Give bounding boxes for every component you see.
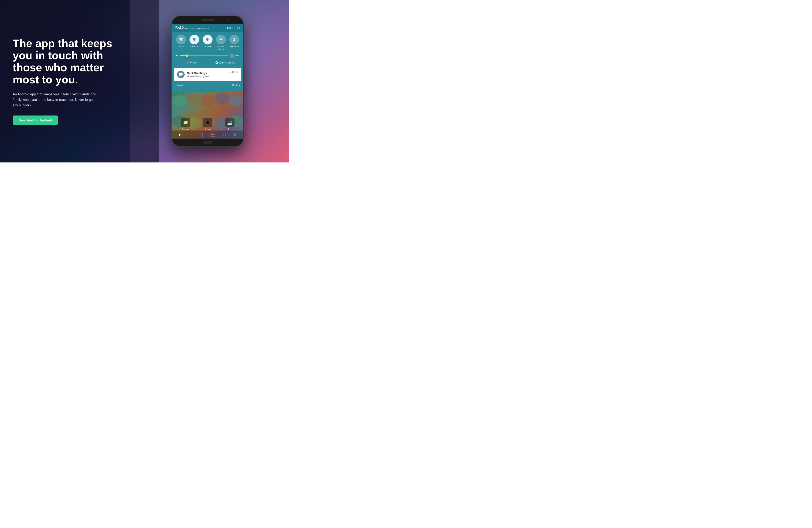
edit-button[interactable]: EDIT — [227, 27, 233, 30]
maps-dock-icon[interactable]: 📷 — [210, 131, 216, 138]
right-section: 5:42PM Wed, September 23 EDIT | ⚙ — [139, 16, 276, 147]
storage-folder-icon[interactable]: 📁 — [181, 118, 190, 127]
time-value: 5:42 — [175, 26, 184, 30]
ampm-value: PM — [184, 27, 188, 30]
app-dock: ▶ 📞 👤 📷 🎧 ⠿ — [172, 130, 243, 139]
app-folder-storage: 📁 Storage — [181, 118, 190, 130]
location-icon-circle[interactable] — [189, 35, 199, 44]
app-folder-dev: 💻 Dev — [225, 118, 234, 130]
qs-sound: Sound — [203, 35, 213, 48]
brightness-thumb — [186, 54, 188, 57]
app-icons-row: 📁 Storage ⚙ System 💻 Dev — [174, 118, 241, 130]
quick-connect-button[interactable]: Quick connect — [208, 59, 243, 66]
system-label: System — [204, 128, 211, 130]
clear-label: Clear — [234, 84, 240, 86]
time-display: 5:42PM — [175, 26, 188, 30]
s-finder-button[interactable]: S Finder — [172, 59, 208, 66]
auto-checkbox[interactable]: ✓ — [230, 54, 234, 58]
system-folder-icon[interactable]: ⚙ — [203, 118, 212, 127]
bluetooth-icon-circle[interactable] — [229, 35, 239, 44]
headphones-dock-icon[interactable]: 🎧 — [221, 131, 228, 138]
brightness-row: ☀ ✓ Auto — [172, 52, 243, 59]
home-button[interactable] — [203, 141, 212, 144]
clear-button[interactable]: Clear — [232, 84, 240, 86]
dev-folder-icon[interactable]: 💻 — [225, 118, 234, 127]
notification-body: Greeted Mom by text — [187, 75, 227, 77]
notification-panel: 5:42PM Wed, September 23 EDIT | ⚙ — [172, 24, 243, 92]
quick-connect-label: Quick connect — [219, 61, 235, 64]
carrier-label: T-Mobile — [175, 84, 184, 86]
phone-speaker — [201, 19, 214, 21]
wifi-icon-circle[interactable] — [176, 35, 186, 44]
phone-bottom-bezel — [172, 139, 243, 146]
tmobile-bar: T-Mobile Clear — [172, 83, 243, 88]
notification-app-icon — [177, 71, 185, 78]
bluetooth-label: Bluetooth — [230, 45, 238, 48]
app-folder-system: ⚙ System — [203, 118, 212, 130]
left-section: The app that keeps you in touch with tho… — [13, 38, 139, 125]
phone-mockup: 5:42PM Wed, September 23 EDIT | ⚙ — [172, 16, 244, 147]
qs-bluetooth: Bluetooth — [229, 35, 239, 48]
sound-label: Sound — [205, 45, 211, 48]
wifi-label: Wi-Fi — [179, 45, 184, 48]
status-right: EDIT | ⚙ — [227, 26, 240, 30]
qs-location: Location — [189, 35, 199, 48]
notification-card: Sent Greetings Greeted Mom by text 5:41 … — [174, 68, 241, 81]
search-row: S Finder Quick connect — [172, 59, 243, 67]
rotation-label: Screenrotation — [217, 45, 224, 51]
status-bar: 5:42PM Wed, September 23 EDIT | ⚙ — [172, 24, 243, 32]
phone-dock-icon[interactable]: 📞 — [188, 131, 194, 138]
storage-label: Storage — [182, 128, 189, 130]
sound-icon-circle[interactable] — [203, 35, 213, 44]
location-label: Location — [190, 45, 198, 48]
phone-camera — [227, 19, 228, 21]
notification-content: Sent Greetings Greeted Mom by text — [187, 71, 227, 77]
rotation-icon-circle[interactable] — [216, 35, 226, 44]
play-store-dock-icon[interactable]: ▶ — [177, 131, 183, 138]
brightness-icon: ☀ — [175, 54, 178, 58]
page-content: The app that keeps you in touch with tho… — [0, 0, 289, 162]
phone-screen: 5:42PM Wed, September 23 EDIT | ⚙ — [172, 24, 243, 139]
auto-label: Auto — [236, 55, 240, 57]
settings-icon[interactable]: ⚙ — [237, 26, 240, 30]
quick-settings-row: Wi-Fi Location — [172, 32, 243, 52]
date-display: Wed, September 23 — [190, 28, 209, 30]
qs-rotation: Screenrotation — [216, 35, 226, 51]
notification-time: 5:41 PM — [230, 71, 238, 73]
notification-title: Sent Greetings — [187, 71, 227, 75]
contacts-dock-icon[interactable]: 👤 — [199, 131, 205, 138]
subtext: An Android app that keeps you in touch w… — [13, 91, 102, 108]
brightness-slider[interactable] — [180, 55, 228, 56]
qs-wifi: Wi-Fi — [176, 35, 186, 48]
s-finder-label: S Finder — [187, 61, 197, 64]
phone-top-bezel — [172, 16, 243, 24]
home-screen: 📁 Storage ⚙ System 💻 Dev — [172, 92, 243, 139]
headline: The app that keeps you in touch with tho… — [13, 38, 131, 86]
dev-label: Dev — [228, 128, 232, 130]
apps-dock-icon[interactable]: ⠿ — [232, 131, 238, 138]
download-android-button[interactable]: Download for Android — [13, 115, 58, 125]
